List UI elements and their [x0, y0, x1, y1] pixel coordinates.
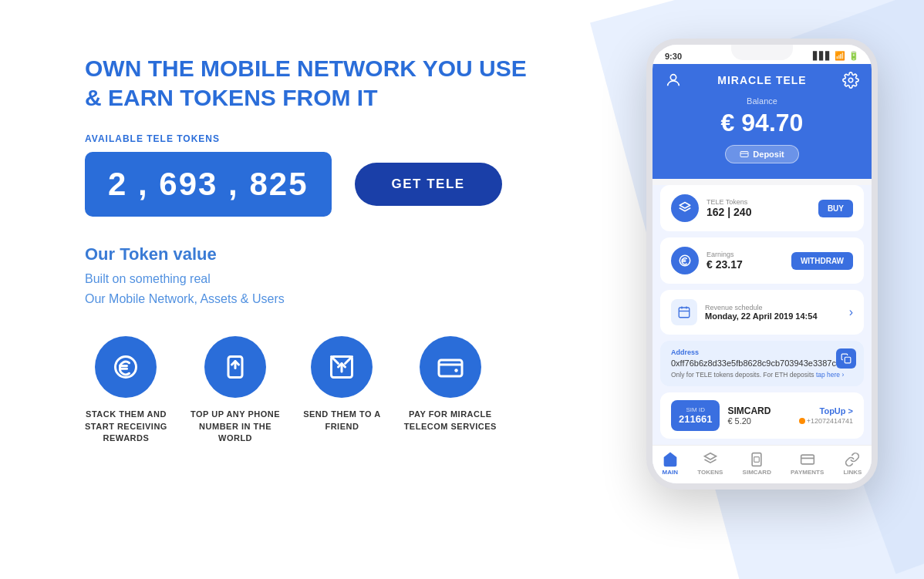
copy-icon: [841, 353, 851, 364]
nav-item-simcard[interactable]: SIMCARD: [743, 452, 771, 476]
earnings-label: Earnings: [706, 251, 784, 258]
dot-icon: [799, 418, 805, 424]
signal-icon: ▋▋▋: [813, 52, 831, 60]
svg-rect-21: [752, 453, 761, 466]
phone-top-up-icon: [204, 336, 266, 398]
revenue-schedule-card[interactable]: Revenue schedule Monday, 22 April 2019 1…: [660, 290, 864, 335]
feature-item-topup: TOP UP ANY PHONENUMBER IN THEWORLD: [191, 336, 280, 444]
feature-item-send: SEND THEM TO AFRIEND: [303, 336, 381, 433]
feature-label-pay: PAY FOR MIRACLETELECOM SERVICES: [404, 409, 497, 433]
token-count: 2 , 693 , 825: [108, 166, 309, 202]
nav-item-payments[interactable]: PAYMENTS: [791, 452, 824, 476]
feature-item-stack: STACK THEM ANDSTART RECEIVINGREWARDS: [85, 336, 167, 444]
battery-icon: 🔋: [848, 51, 859, 61]
hero-section: OWN THE MOBILE NETWORK YOU USE & EARN TO…: [85, 31, 615, 444]
phone-top-up-symbol-icon: [221, 353, 249, 381]
balance-amount: € 94.70: [721, 109, 804, 137]
sim-card: SIM ID 211661 SIMCARD € 5.20 TopUp > +12…: [660, 392, 864, 439]
phone-mockup: 9:30 ▋▋▋ 📶 🔋 MIRACLE TELE: [646, 39, 878, 490]
features-grid: STACK THEM ANDSTART RECEIVINGREWARDS TOP…: [85, 336, 615, 444]
nav-label-links: LINKS: [843, 469, 862, 476]
buy-button[interactable]: BUY: [818, 200, 853, 217]
sim-id-box: SIM ID 211661: [671, 400, 720, 431]
deposit-button[interactable]: Deposit: [725, 145, 798, 163]
schedule-icon: [671, 299, 697, 325]
sim-balance: € 5.20: [727, 416, 791, 426]
token-value-title: Our Token value: [85, 244, 615, 264]
phone-body: 9:30 ▋▋▋ 📶 🔋 MIRACLE TELE: [646, 39, 878, 490]
wallet-symbol-icon: [437, 353, 464, 381]
svg-rect-11: [740, 152, 748, 157]
calendar-icon: [677, 305, 691, 319]
available-label: AVAILABLE TELE TOKENS: [85, 133, 615, 144]
nav-label-main: MAIN: [663, 469, 678, 476]
earnings-icon: [678, 254, 692, 268]
euro-symbol-icon: [112, 353, 140, 381]
token-value-sub2: Our Mobile Network, Assets & Users: [85, 289, 615, 309]
wifi-icon: 📶: [835, 51, 845, 61]
topup-link[interactable]: TopUp >: [820, 406, 853, 416]
address-value: 0xff76b6z8d33e5fb8628c9cb703943e3387c0c.…: [671, 359, 853, 368]
links-icon: [845, 452, 860, 467]
phone-notch: [731, 45, 793, 60]
address-card: Address 0xff76b6z8d33e5fb8628c9cb703943e…: [660, 341, 864, 386]
sim-topup: TopUp > +12072414741: [799, 406, 853, 425]
tele-tokens-card: TELE Tokens 162 | 240 BUY: [660, 185, 864, 231]
profile-icon[interactable]: [665, 72, 682, 89]
svg-point-10: [848, 78, 853, 82]
feature-item-pay: PAY FOR MIRACLETELECOM SERVICES: [404, 336, 497, 433]
nav-item-links[interactable]: LINKS: [843, 452, 862, 476]
sim-id-value: 211661: [679, 413, 712, 425]
sim-name: SIMCARD: [727, 406, 791, 416]
feature-label-topup: TOP UP ANY PHONENUMBER IN THEWORLD: [191, 409, 280, 444]
sim-number: +12072414741: [799, 417, 853, 425]
nav-label-tokens: TOKENS: [697, 469, 723, 476]
send-icon: [311, 336, 373, 398]
svg-rect-23: [801, 455, 814, 464]
simcard-icon: [749, 452, 764, 467]
tele-tokens-icon: [678, 201, 692, 215]
withdraw-button[interactable]: WITHDRAW: [791, 252, 853, 270]
svg-rect-20: [845, 357, 851, 363]
tele-tokens-info: TELE Tokens 162 | 240: [706, 198, 811, 218]
main-heading: OWN THE MOBILE NETWORK YOU USE & EARN TO…: [85, 54, 609, 112]
nav-label-payments: PAYMENTS: [791, 469, 824, 476]
balance-label: Balance: [747, 96, 777, 106]
bottom-nav: MAIN TOKENS: [653, 445, 872, 483]
svg-rect-7: [439, 360, 462, 376]
app-nav: MIRACLE TELE: [665, 72, 859, 89]
nav-label-simcard: SIMCARD: [743, 469, 771, 476]
svg-rect-16: [679, 308, 690, 318]
svg-rect-22: [754, 457, 760, 463]
wallet-icon: [420, 336, 481, 398]
nav-item-main[interactable]: MAIN: [663, 452, 678, 476]
app-header: MIRACLE TELE Balance € 94.70 Deposit: [653, 64, 872, 179]
earnings-info: Earnings € 23.17: [706, 251, 784, 271]
sim-id-label: SIM ID: [679, 406, 712, 413]
tokens-icon: [703, 452, 718, 467]
schedule-info: Revenue schedule Monday, 22 April 2019 1…: [705, 304, 841, 321]
token-count-box: 2 , 693 , 825: [85, 152, 332, 217]
schedule-value: Monday, 22 April 2019 14:54: [705, 311, 841, 321]
earnings-card: Earnings € 23.17 WITHDRAW: [660, 237, 864, 284]
svg-point-8: [454, 369, 458, 372]
address-label: Address: [671, 348, 853, 356]
tele-tokens-icon-circle: [671, 194, 699, 222]
sim-info: SIMCARD € 5.20: [727, 406, 791, 426]
status-icons: ▋▋▋ 📶 🔋: [813, 51, 859, 61]
home-icon: [663, 452, 678, 467]
address-sub: Only for TELE tokens deposits. For ETH d…: [671, 371, 853, 379]
earnings-icon-circle: [671, 247, 699, 274]
svg-point-9: [670, 75, 676, 80]
nav-item-tokens[interactable]: TOKENS: [697, 452, 723, 476]
tele-tokens-label: TELE Tokens: [706, 198, 811, 206]
app-body: TELE Tokens 162 | 240 BUY: [653, 185, 872, 483]
euro-icon: [95, 336, 157, 398]
get-tele-button[interactable]: GET TELE: [355, 163, 502, 206]
deposit-icon: [740, 150, 749, 159]
copy-button[interactable]: [836, 348, 856, 369]
time: 9:30: [665, 52, 682, 61]
settings-icon[interactable]: [842, 72, 859, 89]
send-symbol-icon: [328, 353, 356, 381]
tap-here-link[interactable]: tap here ›: [816, 371, 844, 379]
